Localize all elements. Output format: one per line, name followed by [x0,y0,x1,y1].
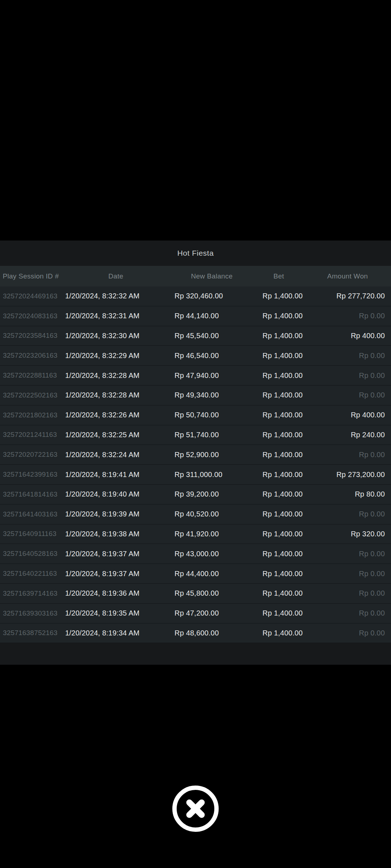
amount-won-cell: Rp 0.00 [304,510,391,518]
table-row: 32571640528163 1/20/2024, 8:19:37 AM Rp … [0,544,391,564]
date-cell: 1/20/2024, 8:19:41 AM [62,471,170,479]
bet-cell: Rp 1,400.00 [253,490,304,498]
table-row: 32572023584163 1/20/2024, 8:32:30 AM Rp … [0,326,391,346]
amount-won-cell: Rp 80.00 [304,490,391,498]
new-balance-cell: Rp 320,460.00 [170,292,253,300]
session-id-cell: 32572024469163 [0,292,62,300]
game-history-modal: Hot Fiesta Play Session ID # Date New Ba… [0,241,391,665]
bet-cell: Rp 1,400.00 [253,312,304,320]
session-id-cell: 32571641403163 [0,510,62,518]
new-balance-cell: Rp 45,540.00 [170,332,253,340]
bet-cell: Rp 1,400.00 [253,609,304,617]
bet-cell: Rp 1,400.00 [253,510,304,518]
column-header-amount-won: Amount Won [304,272,391,280]
new-balance-cell: Rp 51,740.00 [170,431,253,439]
table-row: 32571641403163 1/20/2024, 8:19:39 AM Rp … [0,505,391,524]
bet-cell: Rp 1,400.00 [253,550,304,558]
bet-cell: Rp 1,400.00 [253,629,304,637]
amount-won-cell: Rp 0.00 [304,451,391,459]
table-row: 32571638752163 1/20/2024, 8:19:34 AM Rp … [0,624,391,643]
amount-won-cell: Rp 273,200.00 [304,471,391,479]
session-id-cell: 32571640911163 [0,530,62,538]
session-id-cell: 32571639303163 [0,609,62,617]
new-balance-cell: Rp 44,400.00 [170,570,253,578]
amount-won-cell: Rp 0.00 [304,570,391,578]
session-id-cell: 32571642399163 [0,471,62,478]
amount-won-cell: Rp 400.00 [304,411,391,419]
date-cell: 1/20/2024, 8:32:32 AM [62,292,170,300]
new-balance-cell: Rp 49,340.00 [170,391,253,399]
new-balance-cell: Rp 43,000.00 [170,550,253,558]
table-row: 32572023206163 1/20/2024, 8:32:29 AM Rp … [0,346,391,366]
bet-cell: Rp 1,400.00 [253,589,304,597]
table-row: 32571642399163 1/20/2024, 8:19:41 AM Rp … [0,465,391,485]
table-row: 32571640911163 1/20/2024, 8:19:38 AM Rp … [0,524,391,544]
table-row: 32572020722163 1/20/2024, 8:32:24 AM Rp … [0,445,391,465]
bet-cell: Rp 1,400.00 [253,530,304,538]
session-id-cell: 32572021241163 [0,431,62,439]
column-header-date: Date [62,272,170,280]
date-cell: 1/20/2024, 8:32:30 AM [62,332,170,340]
bet-cell: Rp 1,400.00 [253,471,304,479]
session-id-cell: 32571641814163 [0,490,62,498]
amount-won-cell: Rp 0.00 [304,589,391,597]
session-id-cell: 32572022881163 [0,371,62,379]
new-balance-cell: Rp 47,940.00 [170,371,253,380]
bet-cell: Rp 1,400.00 [253,431,304,439]
new-balance-cell: Rp 41,920.00 [170,530,253,538]
table-row: 32572022502163 1/20/2024, 8:32:28 AM Rp … [0,386,391,405]
session-id-cell: 32572024083163 [0,312,62,320]
amount-won-cell: Rp 240.00 [304,431,391,439]
date-cell: 1/20/2024, 8:19:39 AM [62,510,170,518]
session-id-cell: 32571640221163 [0,570,62,578]
date-cell: 1/20/2024, 8:19:34 AM [62,629,170,637]
new-balance-cell: Rp 47,200.00 [170,609,253,617]
session-id-cell: 32572020722163 [0,451,62,459]
modal-footer [0,643,391,665]
new-balance-cell: Rp 311,000.00 [170,471,253,479]
column-header-session-id: Play Session ID # [0,272,62,280]
bet-cell: Rp 1,400.00 [253,371,304,380]
date-cell: 1/20/2024, 8:32:29 AM [62,352,170,360]
date-cell: 1/20/2024, 8:32:25 AM [62,431,170,439]
amount-won-cell: Rp 0.00 [304,550,391,558]
new-balance-cell: Rp 52,900.00 [170,451,253,459]
date-cell: 1/20/2024, 8:19:40 AM [62,490,170,498]
table-row: 32571639714163 1/20/2024, 8:19:36 AM Rp … [0,584,391,604]
new-balance-cell: Rp 44,140.00 [170,312,253,320]
close-button[interactable] [172,786,219,832]
session-id-cell: 32572022502163 [0,391,62,399]
new-balance-cell: Rp 45,800.00 [170,589,253,597]
date-cell: 1/20/2024, 8:32:28 AM [62,391,170,399]
bet-cell: Rp 1,400.00 [253,411,304,419]
date-cell: 1/20/2024, 8:19:37 AM [62,550,170,558]
amount-won-cell: Rp 277,720.00 [304,292,391,300]
column-header-new-balance: New Balance [170,272,253,280]
amount-won-cell: Rp 320.00 [304,530,391,538]
amount-won-cell: Rp 0.00 [304,391,391,399]
date-cell: 1/20/2024, 8:19:37 AM [62,570,170,578]
amount-won-cell: Rp 0.00 [304,609,391,617]
session-id-cell: 32572021802163 [0,411,62,419]
bet-cell: Rp 1,400.00 [253,292,304,300]
new-balance-cell: Rp 48,600.00 [170,629,253,637]
new-balance-cell: Rp 46,540.00 [170,352,253,360]
session-id-cell: 32571640528163 [0,550,62,558]
table-row: 32571641814163 1/20/2024, 8:19:40 AM Rp … [0,485,391,505]
date-cell: 1/20/2024, 8:19:38 AM [62,530,170,538]
table-row: 32572021802163 1/20/2024, 8:32:26 AM Rp … [0,405,391,425]
new-balance-cell: Rp 39,200.00 [170,490,253,498]
bet-cell: Rp 1,400.00 [253,570,304,578]
modal-titlebar: Hot Fiesta [0,241,391,266]
amount-won-cell: Rp 0.00 [304,629,391,637]
table-row: 32572024083163 1/20/2024, 8:32:31 AM Rp … [0,306,391,326]
date-cell: 1/20/2024, 8:19:36 AM [62,589,170,597]
table-row: 32571640221163 1/20/2024, 8:19:37 AM Rp … [0,564,391,584]
amount-won-cell: Rp 0.00 [304,312,391,320]
bet-cell: Rp 1,400.00 [253,391,304,399]
table-row: 32571639303163 1/20/2024, 8:19:35 AM Rp … [0,604,391,624]
close-icon [185,798,206,819]
date-cell: 1/20/2024, 8:19:35 AM [62,609,170,617]
session-id-cell: 32571638752163 [0,629,62,637]
bet-cell: Rp 1,400.00 [253,352,304,360]
